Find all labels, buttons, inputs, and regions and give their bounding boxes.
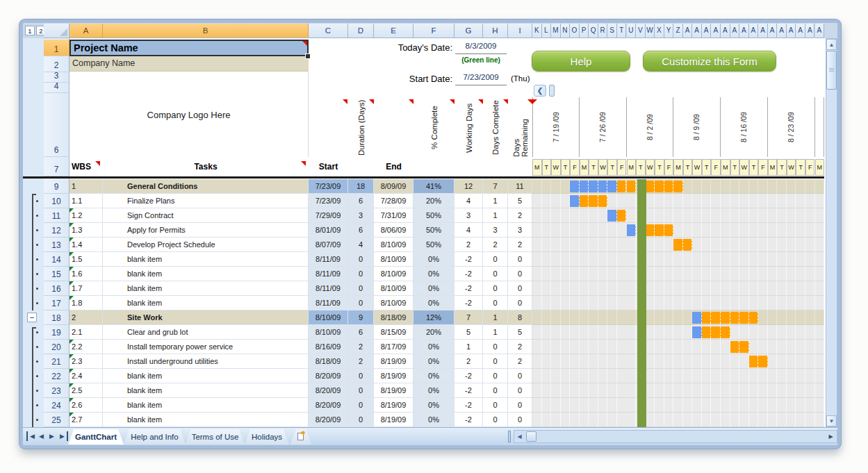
scroll-down-button[interactable]: ▼ bbox=[826, 415, 837, 426]
column-header-H[interactable]: H bbox=[483, 24, 508, 38]
cell-days-remaining[interactable]: 11 bbox=[508, 179, 532, 194]
cell-days-remaining[interactable]: 2 bbox=[508, 340, 532, 354]
cell-task[interactable]: Install underground utilities bbox=[103, 354, 309, 369]
column-header-A[interactable]: A bbox=[69, 24, 103, 38]
cell-duration[interactable]: 18 bbox=[348, 179, 374, 194]
cell-duration[interactable]: 2 bbox=[348, 340, 374, 354]
cell-task[interactable]: blank item bbox=[103, 267, 309, 281]
cell-working-days[interactable]: -2 bbox=[455, 267, 483, 281]
cell-end[interactable]: 8/10/09 bbox=[374, 238, 413, 252]
cell-days-complete[interactable]: 1 bbox=[483, 194, 508, 208]
column-header-narrow-5[interactable]: P bbox=[580, 24, 589, 38]
cell-pct[interactable]: 41% bbox=[413, 179, 455, 194]
cell-duration[interactable]: 6 bbox=[348, 223, 374, 238]
row-header-6[interactable]: 6 bbox=[44, 93, 69, 157]
column-header-narrow-29[interactable]: A bbox=[805, 24, 815, 38]
row-header[interactable]: 13 bbox=[44, 238, 69, 252]
cell-working-days[interactable]: -2 bbox=[455, 281, 483, 296]
cell-wbs[interactable]: 2 bbox=[69, 310, 103, 325]
column-header-G[interactable]: G bbox=[455, 24, 483, 38]
column-header-D[interactable]: D bbox=[348, 24, 374, 38]
column-header-narrow-12[interactable]: W bbox=[646, 24, 655, 38]
start-date-value[interactable]: 7/23/2009 bbox=[455, 73, 507, 85]
row-header-4[interactable]: 4 bbox=[44, 83, 69, 93]
next-sheet-icon[interactable]: ▶ bbox=[47, 431, 56, 441]
column-header-narrow-27[interactable]: A bbox=[787, 24, 796, 38]
cell-task[interactable]: Apply for Permits bbox=[103, 223, 309, 238]
cell-end[interactable]: 8/09/09 bbox=[374, 179, 413, 194]
cell-wbs[interactable]: 1.7 bbox=[69, 281, 103, 296]
cell-end[interactable]: 8/10/09 bbox=[374, 281, 413, 296]
prev-sheet-icon[interactable]: ◀ bbox=[37, 431, 46, 441]
cell-task[interactable]: blank item bbox=[103, 398, 309, 413]
outline-collapse-button[interactable]: − bbox=[27, 313, 37, 322]
column-header-narrow-2[interactable]: M bbox=[551, 24, 561, 38]
cell-end[interactable]: 8/19/09 bbox=[374, 398, 413, 413]
cell-end[interactable]: 8/19/09 bbox=[374, 369, 413, 383]
row-header[interactable]: 18 bbox=[44, 310, 69, 325]
project-name-cell[interactable]: Project Name bbox=[69, 40, 309, 56]
cell-start[interactable]: 8/11/09 bbox=[309, 267, 348, 281]
row-header[interactable]: 23 bbox=[44, 383, 69, 398]
cell-working-days[interactable]: -2 bbox=[455, 296, 483, 310]
cell-days-complete[interactable]: 1 bbox=[483, 325, 508, 340]
row-header[interactable]: 20 bbox=[44, 340, 69, 354]
cell-working-days[interactable]: -2 bbox=[455, 398, 483, 413]
cell-days-remaining[interactable]: 0 bbox=[508, 281, 532, 296]
sheet-tab-holidays[interactable]: Holidays bbox=[245, 429, 289, 445]
sheet-tab-help-and-info[interactable]: Help and Info bbox=[124, 429, 186, 445]
column-header-narrow-22[interactable]: A bbox=[739, 24, 749, 38]
cell-duration[interactable]: 2 bbox=[348, 354, 374, 369]
cell-duration[interactable]: 9 bbox=[348, 310, 374, 325]
row-header[interactable]: 15 bbox=[44, 267, 69, 281]
cell-task[interactable]: blank item bbox=[103, 296, 309, 310]
cell-pct[interactable]: 0% bbox=[413, 354, 455, 369]
cell-start[interactable]: 8/20/09 bbox=[309, 383, 348, 398]
help-button[interactable]: Help bbox=[532, 51, 630, 72]
gantt-scroll-left-button[interactable]: ❮ bbox=[534, 85, 546, 97]
column-header-narrow-3[interactable]: N bbox=[561, 24, 571, 38]
cell-pct[interactable]: 0% bbox=[413, 267, 455, 281]
cell-working-days[interactable]: 2 bbox=[455, 238, 483, 252]
column-header-narrow-21[interactable]: A bbox=[730, 24, 740, 38]
gantt-scroll-thumb[interactable] bbox=[549, 85, 555, 97]
cell-pct[interactable]: 0% bbox=[413, 340, 455, 354]
vertical-scrollbar[interactable]: ▲▼ bbox=[826, 38, 837, 427]
cell-working-days[interactable]: 4 bbox=[455, 223, 483, 238]
cell-task[interactable]: General Conditions bbox=[103, 179, 309, 194]
cell-start[interactable]: 8/10/09 bbox=[309, 325, 348, 340]
cell-duration[interactable]: 0 bbox=[348, 296, 374, 310]
row-header[interactable]: 9 bbox=[44, 179, 69, 194]
row-header-2[interactable]: 2 bbox=[44, 56, 69, 72]
cell-task[interactable]: Clear and grub lot bbox=[103, 325, 309, 340]
cell-pct[interactable]: 0% bbox=[413, 252, 455, 267]
cell-start[interactable]: 8/20/09 bbox=[309, 398, 348, 413]
cell-start[interactable]: 8/16/09 bbox=[309, 340, 348, 354]
cell-days-complete[interactable]: 0 bbox=[483, 354, 508, 369]
cell-pct[interactable]: 0% bbox=[413, 383, 455, 398]
cell-working-days[interactable]: -2 bbox=[455, 252, 483, 267]
cell-wbs[interactable]: 1.2 bbox=[69, 208, 103, 223]
column-header-narrow-18[interactable]: A bbox=[702, 24, 712, 38]
cell-start[interactable]: 8/20/09 bbox=[309, 413, 348, 427]
cell-days-remaining[interactable]: 2 bbox=[508, 238, 532, 252]
cell-task[interactable]: blank item bbox=[103, 369, 309, 383]
cell-days-complete[interactable]: 0 bbox=[483, 252, 508, 267]
column-header-narrow-26[interactable]: A bbox=[777, 24, 787, 38]
cell-pct[interactable]: 0% bbox=[413, 296, 455, 310]
cell-days-remaining[interactable]: 8 bbox=[508, 310, 532, 325]
cell-pct[interactable]: 0% bbox=[413, 369, 455, 383]
cell-days-remaining[interactable]: 5 bbox=[508, 325, 532, 340]
cell-start[interactable]: 7/29/09 bbox=[309, 208, 348, 223]
cell-working-days[interactable]: 7 bbox=[455, 310, 483, 325]
cell-start[interactable]: 8/01/09 bbox=[309, 223, 348, 238]
scroll-right-button[interactable]: ▶ bbox=[826, 431, 836, 442]
cell-end[interactable]: 8/18/09 bbox=[374, 310, 413, 325]
cell-start[interactable]: 8/11/09 bbox=[309, 281, 348, 296]
cell-wbs[interactable]: 2.3 bbox=[69, 354, 103, 369]
row-header[interactable]: 11 bbox=[44, 208, 69, 223]
column-header-narrow-15[interactable]: Z bbox=[673, 24, 683, 38]
cell-start[interactable]: 8/11/09 bbox=[309, 252, 348, 267]
cell-duration[interactable]: 6 bbox=[348, 194, 374, 208]
cell-wbs[interactable]: 2.7 bbox=[69, 413, 103, 427]
